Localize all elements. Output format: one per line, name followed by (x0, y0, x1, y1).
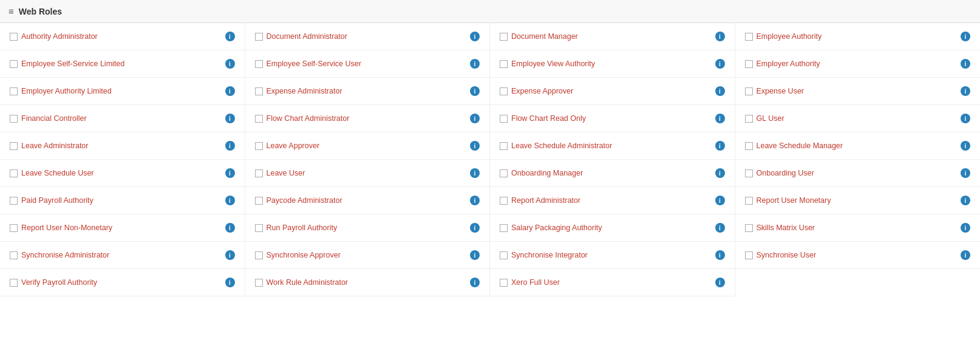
role-label[interactable]: Onboarding User (757, 169, 958, 177)
role-label[interactable]: Expense Administrator (267, 87, 467, 95)
info-icon[interactable]: i (470, 250, 480, 260)
role-checkbox[interactable] (745, 251, 753, 259)
role-label[interactable]: Work Rule Administrator (267, 278, 467, 287)
info-icon[interactable]: i (470, 196, 480, 205)
role-label[interactable]: Document Manager (511, 32, 712, 41)
info-icon[interactable]: i (961, 168, 970, 178)
role-checkbox[interactable] (255, 87, 263, 95)
role-checkbox[interactable] (500, 87, 508, 95)
info-icon[interactable]: i (225, 196, 235, 205)
role-label[interactable]: Flow Chart Read Only (511, 114, 712, 123)
role-label[interactable]: Paycode Administrator (267, 196, 467, 205)
role-label[interactable]: Leave Schedule User (21, 169, 222, 177)
role-label[interactable]: Leave User (267, 169, 467, 177)
info-icon[interactable]: i (961, 223, 970, 233)
role-label[interactable]: Document Administrator (267, 32, 467, 41)
role-checkbox[interactable] (255, 169, 263, 177)
role-checkbox[interactable] (745, 33, 753, 41)
role-checkbox[interactable] (10, 224, 18, 232)
info-icon[interactable]: i (470, 278, 480, 287)
info-icon[interactable]: i (961, 196, 970, 205)
role-checkbox[interactable] (500, 142, 508, 150)
role-label[interactable]: Synchronise Approver (267, 251, 467, 259)
role-label[interactable]: Expense Approver (511, 87, 712, 95)
info-icon[interactable]: i (715, 168, 725, 178)
info-icon[interactable]: i (225, 114, 235, 123)
role-label[interactable]: Employee View Authority (511, 60, 712, 68)
role-checkbox[interactable] (255, 224, 263, 232)
role-checkbox[interactable] (500, 279, 508, 287)
info-icon[interactable]: i (470, 223, 480, 233)
role-checkbox[interactable] (255, 142, 263, 150)
role-checkbox[interactable] (500, 251, 508, 259)
role-label[interactable]: Leave Schedule Manager (757, 142, 958, 150)
role-label[interactable]: Employer Authority (757, 60, 958, 68)
role-checkbox[interactable] (10, 279, 18, 287)
role-checkbox[interactable] (10, 169, 18, 177)
info-icon[interactable]: i (961, 59, 970, 69)
role-checkbox[interactable] (745, 169, 753, 177)
role-label[interactable]: Leave Schedule Administrator (511, 142, 712, 150)
info-icon[interactable]: i (225, 223, 235, 233)
info-icon[interactable]: i (225, 168, 235, 178)
role-checkbox[interactable] (10, 115, 18, 123)
role-label[interactable]: Authority Administrator (21, 32, 222, 41)
info-icon[interactable]: i (961, 141, 970, 151)
info-icon[interactable]: i (470, 168, 480, 178)
info-icon[interactable]: i (715, 278, 725, 287)
role-label[interactable]: Report User Monetary (757, 196, 958, 205)
role-label[interactable]: GL User (757, 114, 958, 123)
info-icon[interactable]: i (225, 32, 235, 41)
info-icon[interactable]: i (225, 141, 235, 151)
role-label[interactable]: Report Administrator (511, 196, 712, 205)
info-icon[interactable]: i (470, 86, 480, 96)
role-label[interactable]: Salary Packaging Authority (511, 224, 712, 232)
role-label[interactable]: Paid Payroll Authority (21, 196, 222, 205)
role-label[interactable]: Expense User (757, 87, 958, 95)
info-icon[interactable]: i (715, 59, 725, 69)
info-icon[interactable]: i (961, 114, 970, 123)
role-label[interactable]: Employer Authority Limited (21, 87, 222, 95)
info-icon[interactable]: i (961, 250, 970, 260)
role-checkbox[interactable] (10, 142, 18, 150)
role-label[interactable]: Leave Administrator (21, 142, 222, 150)
role-checkbox[interactable] (500, 224, 508, 232)
role-checkbox[interactable] (500, 115, 508, 123)
role-checkbox[interactable] (255, 279, 263, 287)
info-icon[interactable]: i (715, 32, 725, 41)
info-icon[interactable]: i (470, 141, 480, 151)
role-checkbox[interactable] (745, 142, 753, 150)
role-label[interactable]: Synchronise Integrator (511, 251, 712, 259)
role-label[interactable]: Onboarding Manager (511, 169, 712, 177)
role-checkbox[interactable] (745, 87, 753, 95)
info-icon[interactable]: i (225, 59, 235, 69)
role-checkbox[interactable] (10, 251, 18, 259)
role-label[interactable]: Employee Self-Service User (267, 60, 467, 68)
info-icon[interactable]: i (470, 114, 480, 123)
role-checkbox[interactable] (255, 33, 263, 41)
role-label[interactable]: Skills Matrix User (757, 224, 958, 232)
role-checkbox[interactable] (500, 33, 508, 41)
info-icon[interactable]: i (225, 250, 235, 260)
info-icon[interactable]: i (225, 86, 235, 96)
role-checkbox[interactable] (500, 169, 508, 177)
role-label[interactable]: Leave Approver (267, 142, 467, 150)
info-icon[interactable]: i (225, 278, 235, 287)
role-label[interactable]: Synchronise Administrator (21, 251, 222, 259)
info-icon[interactable]: i (715, 114, 725, 123)
role-checkbox[interactable] (745, 115, 753, 123)
info-icon[interactable]: i (715, 250, 725, 260)
role-checkbox[interactable] (255, 197, 263, 205)
role-checkbox[interactable] (255, 60, 263, 68)
info-icon[interactable]: i (470, 32, 480, 41)
info-icon[interactable]: i (961, 32, 970, 41)
info-icon[interactable]: i (470, 59, 480, 69)
role-checkbox[interactable] (10, 60, 18, 68)
role-checkbox[interactable] (745, 224, 753, 232)
role-label[interactable]: Report User Non-Monetary (21, 224, 222, 232)
role-label[interactable]: Financial Controller (21, 114, 222, 123)
role-checkbox[interactable] (255, 251, 263, 259)
role-checkbox[interactable] (10, 197, 18, 205)
info-icon[interactable]: i (715, 86, 725, 96)
info-icon[interactable]: i (715, 141, 725, 151)
